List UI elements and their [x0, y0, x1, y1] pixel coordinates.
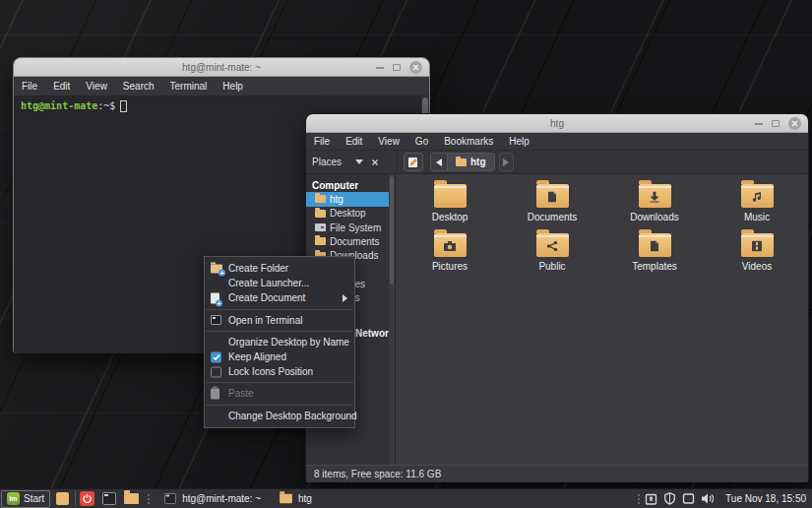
system-tray	[645, 492, 715, 505]
terminal-launcher[interactable]	[102, 492, 116, 505]
file-manager-title: htg	[306, 114, 808, 133]
folder-desktop[interactable]: Desktop	[399, 184, 501, 233]
taskbar-window-terminal[interactable]: htg@mint-mate: ~	[155, 489, 270, 508]
pencil-icon	[407, 157, 419, 168]
window-icon[interactable]	[682, 492, 695, 505]
paste-icon	[211, 388, 219, 399]
menu-view[interactable]: View	[370, 133, 407, 151]
menu-item-change-desktop-background[interactable]: Change Desktop Background	[205, 409, 354, 423]
places-dropdown[interactable]: Places	[312, 157, 342, 167]
menu-terminal[interactable]: Terminal	[162, 77, 216, 95]
terminal-icon	[102, 492, 116, 505]
close-icon[interactable]	[409, 61, 422, 74]
menu-item-open-in-terminal[interactable]: Open in Terminal	[205, 313, 354, 328]
menu-item-create-document[interactable]: + Create Document	[205, 290, 354, 305]
start-label: Start	[24, 493, 44, 504]
checkbox-checked-icon[interactable]	[211, 351, 221, 362]
menu-separator	[206, 382, 353, 383]
camera-emblem-icon	[444, 241, 456, 251]
folder-pictures[interactable]: Pictures	[399, 233, 501, 283]
taskbar: lm Start htg@mint-mate: ~ htg	[0, 488, 812, 508]
menu-file[interactable]: File	[14, 77, 45, 95]
close-icon[interactable]	[788, 117, 801, 130]
folder-icon	[434, 184, 467, 208]
folder-icon	[315, 237, 326, 245]
status-bar: 8 items, Free space: 11.6 GB	[306, 465, 808, 482]
tray-grip[interactable]	[638, 494, 640, 504]
maximize-icon[interactable]	[772, 120, 780, 127]
folder-icon	[536, 233, 569, 257]
power-icon	[80, 491, 94, 506]
file-manager-titlebar[interactable]: htg	[306, 114, 808, 133]
clock[interactable]: Tue Nov 18, 15:50	[725, 493, 806, 504]
sidebar-scrollbar[interactable]	[389, 174, 395, 465]
folder-music[interactable]: Music	[706, 184, 808, 233]
sidebar-item-file-system[interactable]: File System	[306, 221, 395, 234]
menu-edit[interactable]: Edit	[45, 77, 78, 95]
menu-view[interactable]: View	[78, 77, 115, 95]
sidebar-item-documents[interactable]: Documents	[306, 234, 395, 248]
breadcrumb-htg-button[interactable]: htg	[447, 154, 494, 170]
sidebar-item-htg[interactable]: htg	[306, 192, 395, 206]
chevron-down-icon[interactable]	[355, 159, 363, 164]
menu-separator	[206, 405, 353, 406]
menu-item-organize-desktop[interactable]: Organize Desktop by Name	[205, 335, 354, 349]
menu-separator	[206, 331, 353, 332]
forward-button[interactable]	[499, 153, 514, 171]
close-sidebar-icon[interactable]	[371, 159, 379, 166]
minimize-icon[interactable]	[376, 67, 384, 69]
sidebar-item-desktop[interactable]: Desktop	[306, 207, 395, 221]
minimize-icon[interactable]	[755, 123, 763, 125]
checkbox-unchecked-icon[interactable]	[211, 366, 221, 377]
back-button[interactable]	[431, 154, 447, 170]
maximize-icon[interactable]	[393, 64, 401, 71]
menu-item-lock-icons-position[interactable]: Lock Icons Position	[205, 364, 354, 379]
terminal-title: htg@mint-mate: ~	[14, 58, 429, 77]
sidebar-pane-header: Places	[306, 151, 398, 173]
arrow-right-icon	[503, 159, 509, 166]
new-folder-icon: +	[211, 264, 222, 273]
edit-location-button[interactable]	[404, 153, 423, 171]
show-desktop-button[interactable]	[56, 492, 69, 505]
window-list-grip[interactable]	[148, 494, 150, 504]
menu-file[interactable]: File	[306, 133, 338, 151]
file-manager-toolbar: Places htg	[306, 151, 808, 174]
menu-search[interactable]: Search	[115, 77, 162, 95]
menu-edit[interactable]: Edit	[338, 133, 370, 151]
taskbar-window-htg[interactable]: htg	[270, 489, 321, 508]
menu-item-create-folder[interactable]: + Create Folder	[205, 261, 354, 276]
folder-icon	[741, 233, 774, 257]
folder-documents[interactable]: Documents	[501, 184, 603, 233]
share-emblem-icon	[547, 241, 558, 252]
menu-go[interactable]: Go	[407, 133, 436, 151]
folder-templates[interactable]: Templates	[603, 233, 706, 283]
path-bar: htg	[430, 153, 495, 171]
folder-icon	[536, 184, 569, 208]
folder-icon	[315, 210, 326, 218]
folder-icon	[741, 184, 774, 208]
scrollbar-thumb[interactable]	[390, 176, 394, 285]
terminal-icon	[211, 315, 221, 325]
desktop-context-menu: + Create Folder Create Launcher... + Cre…	[204, 256, 355, 428]
menu-help[interactable]: Help	[215, 77, 251, 95]
folder-videos[interactable]: Videos	[706, 233, 808, 283]
folder-public[interactable]: Public	[501, 233, 603, 283]
folder-downloads[interactable]: Downloads	[603, 184, 706, 233]
menu-item-create-launcher[interactable]: Create Launcher...	[205, 276, 354, 290]
folder-icon	[456, 159, 467, 166]
menu-bookmarks[interactable]: Bookmarks	[436, 133, 501, 151]
menu-item-keep-aligned[interactable]: Keep Aligned	[205, 349, 354, 364]
update-manager-icon[interactable]	[645, 492, 657, 505]
document-emblem-icon	[547, 192, 557, 203]
panel-separator	[75, 491, 76, 507]
shield-icon[interactable]	[663, 492, 676, 505]
volume-icon[interactable]	[701, 492, 715, 505]
menu-help[interactable]: Help	[501, 133, 537, 151]
file-manager-launcher[interactable]	[124, 493, 139, 504]
mint-logo-icon: lm	[7, 492, 20, 505]
power-launcher[interactable]	[80, 491, 94, 506]
start-menu-button[interactable]: lm Start	[1, 490, 50, 508]
file-icon-view[interactable]: Desktop Documents Downloads Music	[396, 174, 808, 465]
breadcrumb-label: htg	[470, 157, 486, 167]
terminal-titlebar[interactable]: htg@mint-mate: ~	[14, 58, 429, 77]
